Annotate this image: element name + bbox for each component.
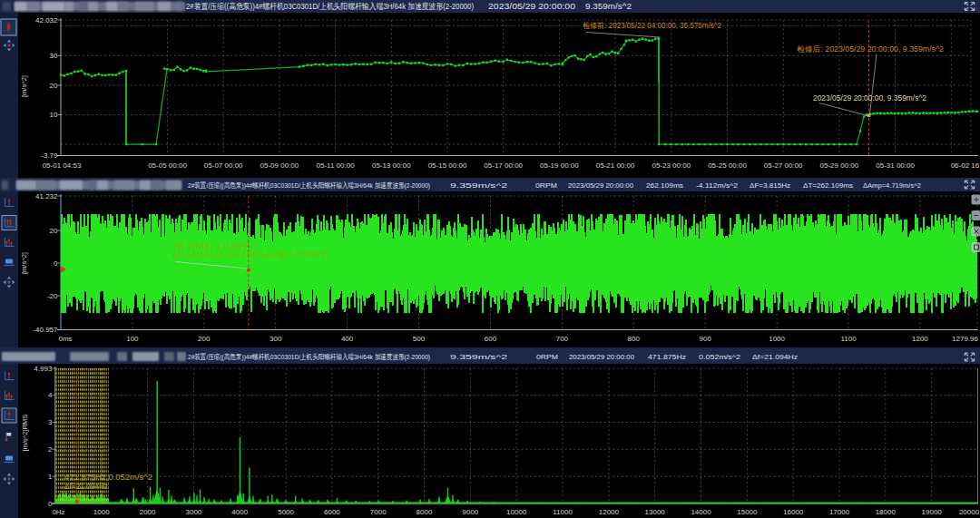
svg-text:05-31 00:00: 05-31 00:00: [876, 161, 915, 170]
svg-text:检修后: 2023/05/29 20:00:00, 9.35: 检修后: 2023/05/29 20:00:00, 9.359m/s^2: [797, 44, 944, 54]
svg-text:15000: 15000: [737, 508, 758, 516]
svg-text:05-01 04:53: 05-01 04:53: [43, 161, 82, 170]
svg-text:05-11 00:00: 05-11 00:00: [317, 161, 356, 170]
svg-text:05-21 00:00: 05-21 00:00: [596, 161, 635, 170]
svg-text:1200: 1200: [912, 335, 928, 343]
svg-text:42.032: 42.032: [35, 16, 58, 24]
svg-text:-20: -20: [47, 292, 58, 300]
svg-text:06-02 16:00: 06-02 16:00: [951, 161, 980, 170]
svg-text:1: 1: [48, 473, 53, 481]
svg-text:2023/05/29 20:00:00: 2023/05/29 20:00:00: [569, 353, 635, 361]
svg-text:ΔT=262.109ms: ΔT=262.109ms: [803, 181, 853, 190]
svg-text:0RPM: 0RPM: [536, 353, 558, 361]
svg-text:2#装置/压缩((高危泵))4#螺杆机03C0301D/上机: 2#装置/压缩((高危泵))4#螺杆机03C0301D/上机头阳螺杆输入端3H/…: [188, 353, 430, 361]
svg-text:13000: 13000: [645, 508, 666, 516]
svg-text:14000: 14000: [691, 508, 711, 516]
svg-text:471.875Hz,0.052m/s^2: 471.875Hz,0.052m/s^2: [64, 473, 152, 482]
svg-text:9000: 9000: [463, 508, 479, 516]
svg-text:7000: 7000: [370, 508, 387, 516]
svg-text:ΔAmp=4.719m/s^2: ΔAmp=4.719m/s^2: [863, 181, 922, 190]
svg-text:-40.957: -40.957: [33, 326, 58, 334]
svg-text:[m/s^2]: [m/s^2]: [20, 252, 28, 274]
svg-text:1000: 1000: [769, 335, 785, 343]
svg-text:10000: 10000: [506, 508, 527, 516]
svg-text:0.052m/s^2: 0.052m/s^2: [699, 353, 741, 361]
svg-text:2023/05/29 20:00:00: 2023/05/29 20:00:00: [568, 181, 634, 190]
svg-text:9.359m/s^2: 9.359m/s^2: [585, 2, 632, 11]
svg-text:Δf=21.094Hz: Δf=21.094Hz: [752, 353, 798, 361]
svg-text:471.875Hz: 471.875Hz: [648, 353, 686, 361]
svg-text:4.993: 4.993: [34, 365, 53, 373]
svg-text:100: 100: [126, 335, 139, 343]
svg-text:05-19 00:00: 05-19 00:00: [540, 161, 579, 170]
svg-text:800: 800: [628, 335, 641, 343]
svg-text:12000: 12000: [599, 508, 620, 516]
svg-text:19000: 19000: [922, 508, 943, 516]
svg-text:2000: 2000: [140, 508, 156, 516]
svg-text:5000: 5000: [278, 508, 294, 516]
svg-text:0RPM: 0RPM: [535, 181, 557, 190]
svg-text:0: 0: [48, 500, 53, 508]
svg-text:05-17 00:00: 05-17 00:00: [484, 161, 523, 170]
svg-text:05-07 00:00: 05-07 00:00: [204, 161, 243, 170]
svg-text:0Hz: 0Hz: [52, 508, 64, 516]
svg-text:20: 20: [50, 227, 58, 235]
svg-text:0ms: 0ms: [58, 335, 72, 343]
svg-text:6000: 6000: [324, 508, 340, 516]
svg-text:17000: 17000: [829, 508, 850, 516]
svg-text:500: 500: [413, 335, 426, 343]
svg-text:2#装置/压缩((高危泵))4#螺杆机03C0301D/上机: 2#装置/压缩((高危泵))4#螺杆机03C0301D/上机头阳螺杆输入端3H/…: [186, 2, 474, 11]
svg-text:9.359m/s^2: 9.359m/s^2: [450, 181, 508, 190]
svg-text:10: 10: [50, 111, 58, 119]
svg-text:2#装置/压缩((高危泵))4#螺杆机03C0301D/上机: 2#装置/压缩((高危泵))4#螺杆机03C0301D/上机头阳螺杆输入端3H/…: [188, 181, 430, 190]
svg-text:4000: 4000: [231, 508, 248, 516]
svg-text:1100: 1100: [840, 335, 857, 343]
svg-text:11000: 11000: [553, 508, 573, 516]
svg-text:300: 300: [270, 335, 282, 343]
svg-text:[m/s^2]RMS: [m/s^2]RMS: [21, 415, 29, 452]
svg-text:700: 700: [556, 335, 569, 343]
svg-text:05-25 00:00: 05-25 00:00: [708, 161, 747, 170]
svg-text:600: 600: [485, 335, 497, 343]
svg-text:-3.79: -3.79: [41, 151, 58, 160]
svg-text:2023/05/29 20:00:00, 9.359m/s^: 2023/05/29 20:00:00, 9.359m/s^2: [813, 93, 926, 103]
svg-text:1279.96: 1279.96: [952, 335, 978, 343]
svg-text:30: 30: [50, 52, 58, 60]
svg-text:05-29 00:00: 05-29 00:00: [820, 161, 859, 170]
svg-text:05-27 00:00: 05-27 00:00: [764, 161, 803, 170]
svg-text:ΔF=3.815Hz,ΔT=262.109ms,ΔAmp=4: ΔF=3.815Hz,ΔT=262.109ms,ΔAmp=4.719m/s^2: [173, 249, 328, 259]
svg-text:05-05 00:00: 05-05 00:00: [148, 161, 187, 170]
svg-text:05-13 00:00: 05-13 00:00: [372, 161, 411, 170]
svg-text:262.109ms: 262.109ms: [646, 181, 683, 190]
svg-text:9.359m/s^2: 9.359m/s^2: [450, 353, 508, 361]
svg-text:18000: 18000: [876, 508, 897, 516]
svg-text:8000: 8000: [416, 508, 433, 516]
svg-text:检修前: 2023/05/22 04:00:00, 35.5: 检修前: 2023/05/22 04:00:00, 35.575m/s^2: [583, 21, 721, 30]
svg-text:20: 20: [50, 82, 58, 90]
svg-text:200: 200: [198, 335, 211, 343]
svg-text:2: 2: [48, 445, 53, 454]
svg-text:3000: 3000: [186, 508, 202, 516]
svg-text:900: 900: [700, 335, 712, 343]
svg-text:05-09 00:00: 05-09 00:00: [260, 161, 299, 170]
svg-text:41.232: 41.232: [35, 192, 58, 200]
svg-text:ΔF=3.815Hz: ΔF=3.815Hz: [750, 181, 790, 190]
svg-text:0: 0: [54, 259, 58, 268]
svg-text:20000: 20000: [959, 508, 980, 516]
svg-text:2023/05/29 20:00:00: 2023/05/29 20:00:00: [488, 2, 575, 11]
svg-text:[m/s^2]: [m/s^2]: [20, 75, 28, 97]
svg-text:Δf=21.094Hz: Δf=21.094Hz: [64, 482, 108, 491]
svg-text:-4.112m/s^2: -4.112m/s^2: [696, 181, 739, 190]
svg-text:4: 4: [48, 391, 53, 399]
svg-text:16000: 16000: [783, 508, 804, 516]
svg-text:05-23 00:00: 05-23 00:00: [652, 161, 691, 170]
svg-text:3: 3: [48, 418, 53, 426]
svg-text:1000: 1000: [93, 508, 110, 516]
svg-text:400: 400: [341, 335, 354, 343]
svg-text:05-15 00:00: 05-15 00:00: [428, 161, 467, 170]
